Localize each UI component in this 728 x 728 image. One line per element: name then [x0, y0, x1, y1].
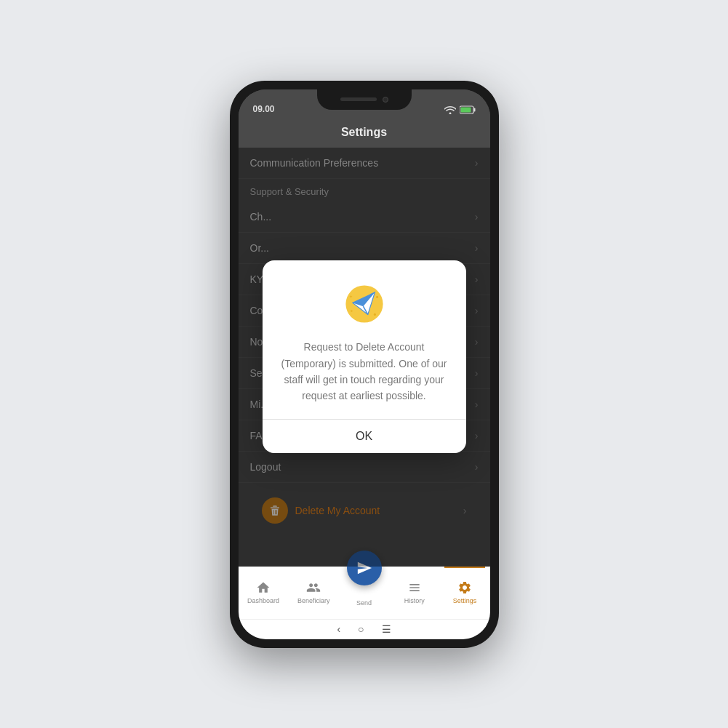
- svg-text:✦: ✦: [349, 294, 353, 299]
- svg-point-9: [373, 313, 375, 316]
- status-time: 09.00: [253, 104, 275, 114]
- svg-rect-1: [473, 108, 475, 111]
- back-button[interactable]: ‹: [337, 623, 340, 635]
- modal-ok-button[interactable]: OK: [263, 420, 466, 453]
- nav-item-send[interactable]: Send: [339, 567, 389, 619]
- phone-frame: 09.00 Settings: [230, 81, 499, 648]
- modal-overlay: ✦ Request to Delete Account (Temporary) …: [239, 148, 490, 567]
- nav-label-send: Send: [356, 599, 372, 607]
- status-icons: [444, 105, 476, 114]
- phone-notch: [317, 89, 412, 110]
- nav-label-beneficiary: Beneficiary: [297, 597, 330, 604]
- nav-label-settings: Settings: [453, 597, 477, 604]
- bottom-nav: Dashboard Beneficiary Send: [239, 567, 490, 619]
- nav-item-settings[interactable]: Settings: [439, 567, 489, 619]
- nav-item-beneficiary[interactable]: Beneficiary: [289, 567, 339, 619]
- page-title: Settings: [341, 126, 387, 138]
- home-icon: [256, 580, 271, 595]
- svg-rect-2: [460, 107, 471, 112]
- nav-item-history[interactable]: History: [389, 567, 439, 619]
- speaker: [340, 97, 377, 101]
- nav-item-dashboard[interactable]: Dashboard: [239, 567, 289, 619]
- android-nav-bar: ‹ ○ ☰: [239, 619, 490, 639]
- battery-icon: [460, 105, 476, 114]
- modal-body: ✦ Request to Delete Account (Temporary) …: [263, 260, 466, 419]
- paper-plane-icon: ✦: [341, 281, 388, 327]
- content-area: Communication Preferences › Support & Se…: [239, 148, 490, 567]
- camera: [383, 97, 388, 103]
- app-header: Settings: [239, 119, 490, 148]
- home-button[interactable]: ○: [358, 623, 364, 635]
- modal-card: ✦ Request to Delete Account (Temporary) …: [263, 260, 466, 453]
- recents-button[interactable]: ☰: [382, 623, 391, 635]
- svg-point-8: [351, 311, 352, 312]
- svg-point-7: [376, 296, 378, 298]
- settings-icon: [457, 580, 472, 595]
- nav-label-history: History: [404, 597, 425, 604]
- phone-screen: 09.00 Settings: [239, 89, 490, 639]
- modal-icon: ✦: [341, 281, 388, 327]
- beneficiary-icon: [305, 580, 321, 595]
- history-icon: [407, 580, 422, 595]
- nav-label-dashboard: Dashboard: [247, 597, 279, 604]
- wifi-icon: [444, 105, 456, 114]
- modal-message: Request to Delete Account (Temporary) is…: [280, 339, 449, 404]
